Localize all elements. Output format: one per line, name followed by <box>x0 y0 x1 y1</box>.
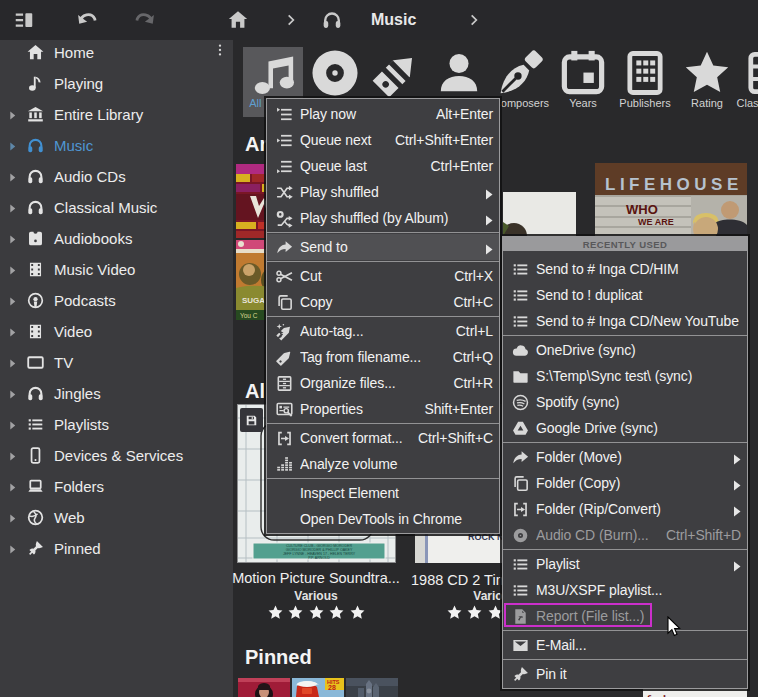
menu-item-tag-from-filename[interactable]: Tag from filename...Ctrl+Q <box>267 344 499 370</box>
expand-arrow-icon[interactable] <box>6 46 19 59</box>
sidebar-item-playlists[interactable]: Playlists <box>0 409 233 440</box>
menu-item-open-devtools-in-chrome[interactable]: Open DevTools in Chrome <box>267 506 499 532</box>
expand-arrow-icon[interactable] <box>6 449 19 462</box>
pinned-section-heading: Pinned <box>245 646 312 669</box>
sidebar-item-playing[interactable]: Playing <box>0 68 233 99</box>
undo-button[interactable] <box>76 9 99 36</box>
menu-item-m3u-xspf-playlist[interactable]: M3U/XSPF playlist... <box>503 577 747 603</box>
expand-arrow-icon[interactable] <box>6 170 19 183</box>
menu-item-report-file-list[interactable]: Report (File list...) <box>503 603 747 629</box>
menu-item-queue-next[interactable]: Queue nextCtrl+Shift+Enter <box>267 127 499 153</box>
sidebar-item-classical-music[interactable]: Classical Music <box>0 192 233 223</box>
view-tab-composers[interactable]: Composers <box>491 47 551 117</box>
sidebar-item-music-video[interactable]: Music Video <box>0 254 233 285</box>
pinned-cover[interactable] <box>238 678 290 697</box>
album-title[interactable]: Motion Picture Soundtra... <box>232 570 400 586</box>
menu-item-auto-tag[interactable]: Auto-tag...Ctrl+L <box>267 318 499 344</box>
redo-button[interactable] <box>133 9 156 36</box>
sidebar-item-audio-cds[interactable]: Audio CDs <box>0 161 233 192</box>
menu-item-folder-copy[interactable]: Folder (Copy) <box>503 470 747 496</box>
menu-item-play-shuffled-by-album[interactable]: Play shuffled (by Album) <box>267 205 499 231</box>
sidebar-item-audiobooks[interactable]: Audiobooks <box>0 223 233 254</box>
menu-item-send-to-duplicat[interactable]: Send to ! duplicat <box>503 282 747 308</box>
menu-item-copy[interactable]: CopyCtrl+C <box>267 289 499 315</box>
sidebar-item-music[interactable]: Music <box>0 130 233 161</box>
view-tab-classification[interactable]: Classification <box>739 47 758 117</box>
envelope-icon <box>511 636 530 655</box>
sidebar-options-kebab-icon[interactable] <box>213 43 227 61</box>
menu-item-folder-rip-convert[interactable]: Folder (Rip/Convert) <box>503 496 747 522</box>
pinned-cover[interactable]: HITS 28 <box>292 678 344 697</box>
menu-item-s-temp-sync-test-sync[interactable]: S:\Temp\Sync test\ (sync) <box>503 363 747 389</box>
menu-item-play-now[interactable]: Play nowAlt+Enter <box>267 101 499 127</box>
menu-item-audio-cd-burn[interactable]: Audio CD (Burn)...Ctrl+Shift+D <box>503 522 747 548</box>
expand-arrow-icon[interactable] <box>6 418 19 431</box>
expand-arrow-icon[interactable] <box>6 232 19 245</box>
filmstrip-icon <box>26 322 45 341</box>
expand-arrow-icon[interactable] <box>6 139 19 152</box>
sidebar-item-label: Podcasts <box>54 292 116 309</box>
sidebar-item-devices-services[interactable]: Devices & Services <box>0 440 233 471</box>
copy-icon <box>511 474 530 493</box>
pen-nib-icon <box>495 47 547 99</box>
menu-item-e-mail[interactable]: E-Mail... <box>503 632 747 658</box>
convert-icon <box>511 500 530 519</box>
sidebar-toggle-button[interactable] <box>13 9 35 35</box>
sidebar-item-web[interactable]: Web <box>0 502 233 533</box>
menu-item-convert-format[interactable]: Convert format...Ctrl+Shift+C <box>267 425 499 451</box>
view-tab-publishers[interactable]: Publishers <box>615 47 675 117</box>
menu-item-inspect-element[interactable]: Inspect Element <box>267 480 499 506</box>
artist-tile-artwork-lifehouse[interactable]: LIFEHOUSE WHO WE ARE <box>595 163 747 236</box>
expand-arrow-icon[interactable] <box>6 356 19 369</box>
sidebar-item-jingles[interactable]: Jingles <box>0 378 233 409</box>
album-rating-stars[interactable] <box>232 604 400 621</box>
pinned-cover-wide[interactable]: furious <box>643 689 747 697</box>
view-tab-rating[interactable]: Rating <box>677 47 737 117</box>
menu-item-queue-last[interactable]: Queue lastCtrl+Enter <box>267 153 499 179</box>
expand-arrow-icon[interactable] <box>6 77 19 90</box>
menu-item-send-to-inga-cd-him[interactable]: Send to # Inga CD/HIM <box>503 256 747 282</box>
sidebar-item-label: Classical Music <box>54 199 157 216</box>
pinned-cover[interactable] <box>346 678 398 697</box>
expand-arrow-icon[interactable] <box>6 294 19 307</box>
sidebar-item-pinned[interactable]: Pinned <box>0 533 233 564</box>
submenu-arrow-icon <box>733 452 741 462</box>
menu-item-pin-it[interactable]: Pin it <box>503 661 747 687</box>
artist-tile-artwork[interactable] <box>503 192 576 236</box>
expand-arrow-icon[interactable] <box>6 480 19 493</box>
menu-item-cut[interactable]: CutCtrl+X <box>267 263 499 289</box>
menu-item-google-drive-sync[interactable]: Google Drive (sync) <box>503 415 747 441</box>
menu-item-folder-move[interactable]: Folder (Move) <box>503 444 747 470</box>
breadcrumb[interactable]: Music <box>371 11 416 29</box>
expand-arrow-icon[interactable] <box>6 263 19 276</box>
menu-item-play-shuffled[interactable]: Play shuffled <box>267 179 499 205</box>
menu-item-properties[interactable]: PropertiesShift+Enter <box>267 396 499 422</box>
menu-item-spotify-sync[interactable]: Spotify (sync) <box>503 389 747 415</box>
sidebar-item-folders[interactable]: Folders <box>0 471 233 502</box>
album-artist[interactable]: Various <box>232 589 400 603</box>
expand-arrow-icon[interactable] <box>6 511 19 524</box>
menu-item-organize-files[interactable]: Organize files...Ctrl+R <box>267 370 499 396</box>
sidebar-item-podcasts[interactable]: Podcasts <box>0 285 233 316</box>
expand-arrow-icon[interactable] <box>6 325 19 338</box>
sidebar-item-video[interactable]: Video <box>0 316 233 347</box>
menu-item-playlist[interactable]: Playlist <box>503 551 747 577</box>
menu-item-send-to[interactable]: Send to <box>267 234 499 260</box>
view-tab-years[interactable]: Years <box>553 47 613 117</box>
expand-arrow-icon[interactable] <box>6 387 19 400</box>
sidebar-item-tv[interactable]: TV <box>0 347 233 378</box>
expand-arrow-icon[interactable] <box>6 201 19 214</box>
menu-item-analyze-volume[interactable]: Analyze volume <box>267 451 499 477</box>
home-button[interactable] <box>227 9 249 35</box>
menu-separator <box>503 630 747 631</box>
menu-item-send-to-inga-cd-new-youtube[interactable]: Send to # Inga CD/New YouTube <box>503 308 747 334</box>
sidebar-item-label: Home <box>54 44 94 61</box>
sidebar-item-home[interactable]: Home <box>0 37 233 68</box>
menu-item-onedrive-sync[interactable]: OneDrive (sync) <box>503 337 747 363</box>
expand-arrow-icon[interactable] <box>6 542 19 555</box>
doc-lines-icon <box>275 374 294 393</box>
sidebar-item-label: Playing <box>54 75 103 92</box>
expand-arrow-icon[interactable] <box>6 108 19 121</box>
breadcrumb-chevron-icon[interactable] <box>466 12 482 32</box>
sidebar-item-entire-library[interactable]: Entire Library <box>0 99 233 130</box>
